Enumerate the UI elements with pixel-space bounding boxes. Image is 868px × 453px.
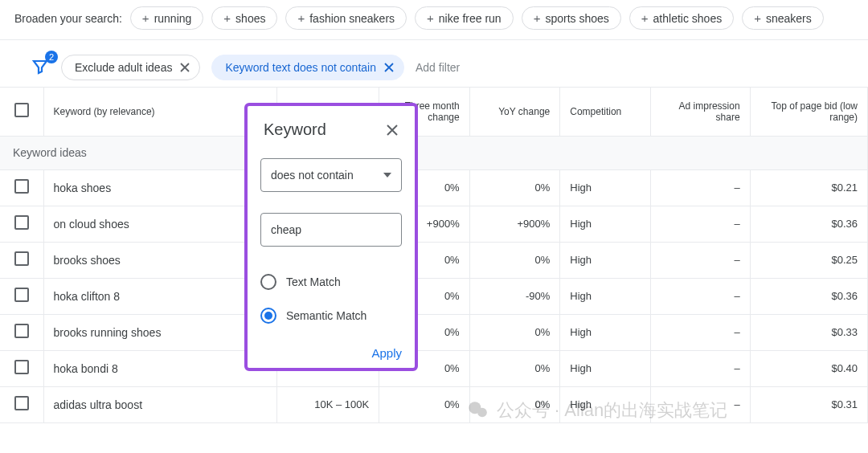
cell-keyword: adidas ultra boost bbox=[43, 386, 276, 422]
cell-impression: – bbox=[650, 350, 750, 386]
cell-competition: High bbox=[560, 386, 651, 422]
table-row: adidas ultra boost10K – 100K0%0%High–$0.… bbox=[0, 386, 868, 422]
filter-chip-not-contain[interactable]: Keyword text does not contain bbox=[211, 55, 404, 80]
cell-bid: $0.25 bbox=[750, 242, 867, 278]
plus-icon: + bbox=[142, 11, 149, 25]
chip-label: Exclude adult ideas bbox=[75, 61, 172, 74]
table-row: brooks running shoes0%0%High–$0.33 bbox=[0, 314, 868, 350]
row-checkbox[interactable] bbox=[14, 360, 29, 374]
cell-impression: – bbox=[650, 206, 750, 242]
cell-keyword: hoka clifton 8 bbox=[43, 278, 276, 314]
broaden-chip[interactable]: +running bbox=[130, 6, 203, 30]
chip-label: shoes bbox=[235, 12, 265, 25]
filter-badge: 2 bbox=[45, 51, 58, 63]
select-all-checkbox[interactable] bbox=[14, 103, 29, 117]
plus-icon: + bbox=[641, 11, 649, 25]
chip-label: sports shoes bbox=[545, 12, 608, 25]
cell-keyword: hoka bondi 8 bbox=[43, 350, 276, 386]
close-icon[interactable] bbox=[384, 63, 394, 72]
cell-keyword: brooks running shoes bbox=[43, 314, 276, 350]
cell-searches: 10K – 100K bbox=[276, 386, 379, 422]
table-row: on cloud shoes+900%+900%High–$0.36 bbox=[0, 206, 868, 242]
broaden-chip[interactable]: +nike free run bbox=[415, 6, 514, 30]
popup-header: Keyword bbox=[260, 120, 402, 139]
chip-label: running bbox=[154, 12, 192, 25]
radio-label: Text Match bbox=[286, 275, 341, 288]
keyword-filter-popup: Keyword does not contain cheap Text Matc… bbox=[244, 103, 418, 371]
header-bid[interactable]: Top of page bid (low range) bbox=[750, 88, 867, 136]
row-checkbox[interactable] bbox=[14, 179, 29, 194]
chip-label: Keyword text does not contain bbox=[225, 61, 376, 74]
cell-impression: – bbox=[650, 314, 750, 350]
chip-label: sneakers bbox=[766, 12, 812, 25]
close-icon[interactable] bbox=[386, 124, 399, 137]
broaden-chip[interactable]: +athletic shoes bbox=[629, 6, 734, 30]
cell-keyword: brooks shoes bbox=[43, 242, 276, 278]
cell-competition: High bbox=[560, 242, 651, 278]
broaden-label: Broaden your search: bbox=[14, 12, 122, 25]
radio-text-match[interactable]: Text Match bbox=[260, 274, 402, 290]
cell-yoy: 0% bbox=[469, 386, 560, 422]
cell-bid: $0.21 bbox=[750, 169, 867, 206]
plus-icon: + bbox=[223, 11, 231, 25]
table-row: hoka bondi 80%0%High–$0.40 bbox=[0, 350, 868, 386]
cell-keyword: hoka shoes bbox=[43, 169, 276, 206]
plus-icon: + bbox=[534, 11, 541, 25]
row-checkbox-cell bbox=[0, 314, 43, 350]
filter-icon-wrap[interactable]: 2 bbox=[31, 57, 50, 79]
row-checkbox[interactable] bbox=[14, 324, 29, 338]
chip-label: athletic shoes bbox=[653, 12, 723, 25]
chip-label: nike free run bbox=[439, 12, 502, 25]
filter-row: 2 Exclude adult ideas Keyword text does … bbox=[0, 40, 868, 88]
popup-title: Keyword bbox=[264, 120, 326, 139]
cell-competition: High bbox=[560, 314, 651, 350]
row-checkbox[interactable] bbox=[14, 396, 29, 410]
popup-footer: Apply bbox=[260, 341, 402, 360]
plus-icon: + bbox=[427, 11, 434, 25]
cell-yoy: +900% bbox=[469, 206, 560, 242]
cell-impression: – bbox=[650, 169, 750, 206]
chip-label: fashion sneakers bbox=[309, 12, 395, 25]
cell-bid: $0.40 bbox=[750, 350, 867, 386]
header-competition[interactable]: Competition bbox=[560, 88, 651, 136]
row-checkbox-cell bbox=[0, 169, 43, 206]
close-icon[interactable] bbox=[180, 63, 190, 72]
chevron-down-icon bbox=[383, 173, 391, 178]
table-row: brooks shoes0%0%High–$0.25 bbox=[0, 242, 868, 278]
section-label: Keyword ideas bbox=[0, 136, 868, 169]
table-body: Keyword ideas hoka shoes0%0%High–$0.21on… bbox=[0, 136, 868, 422]
plus-icon: + bbox=[297, 11, 305, 25]
header-checkbox-cell bbox=[0, 88, 43, 136]
radio-semantic-match[interactable]: Semantic Match bbox=[260, 308, 402, 324]
match-type-select[interactable]: does not contain bbox=[260, 158, 402, 192]
cell-competition: High bbox=[560, 278, 651, 314]
cell-bid: $0.33 bbox=[750, 314, 867, 350]
row-checkbox[interactable] bbox=[14, 251, 29, 266]
add-filter[interactable]: Add filter bbox=[416, 61, 460, 74]
row-checkbox[interactable] bbox=[14, 288, 29, 302]
header-keyword[interactable]: Keyword (by relevance) bbox=[43, 88, 276, 136]
keyword-text-input[interactable]: cheap bbox=[260, 213, 402, 247]
row-checkbox[interactable] bbox=[14, 215, 29, 230]
table-header-row: Keyword (by relevance) Avg. monthly sear… bbox=[0, 88, 868, 136]
apply-button[interactable]: Apply bbox=[371, 346, 402, 360]
broaden-chip[interactable]: +sneakers bbox=[742, 6, 824, 30]
cell-keyword: on cloud shoes bbox=[43, 206, 276, 242]
row-checkbox-cell bbox=[0, 278, 43, 314]
cell-impression: – bbox=[650, 242, 750, 278]
broaden-chip[interactable]: +fashion sneakers bbox=[285, 6, 407, 30]
cell-three-month: 0% bbox=[379, 386, 470, 422]
cell-yoy: -90% bbox=[469, 278, 560, 314]
header-yoy[interactable]: YoY change bbox=[469, 88, 560, 136]
cell-bid: $0.36 bbox=[750, 278, 867, 314]
cell-bid: $0.36 bbox=[750, 206, 867, 242]
filter-chip-exclude-adult[interactable]: Exclude adult ideas bbox=[61, 55, 200, 80]
header-impression[interactable]: Ad impression share bbox=[650, 88, 750, 136]
cell-bid: $0.31 bbox=[750, 386, 867, 422]
row-checkbox-cell bbox=[0, 386, 43, 422]
broaden-chip[interactable]: +sports shoes bbox=[522, 6, 621, 30]
row-checkbox-cell bbox=[0, 350, 43, 386]
row-checkbox-cell bbox=[0, 242, 43, 278]
broaden-chip[interactable]: +shoes bbox=[211, 6, 277, 30]
cell-impression: – bbox=[650, 278, 750, 314]
